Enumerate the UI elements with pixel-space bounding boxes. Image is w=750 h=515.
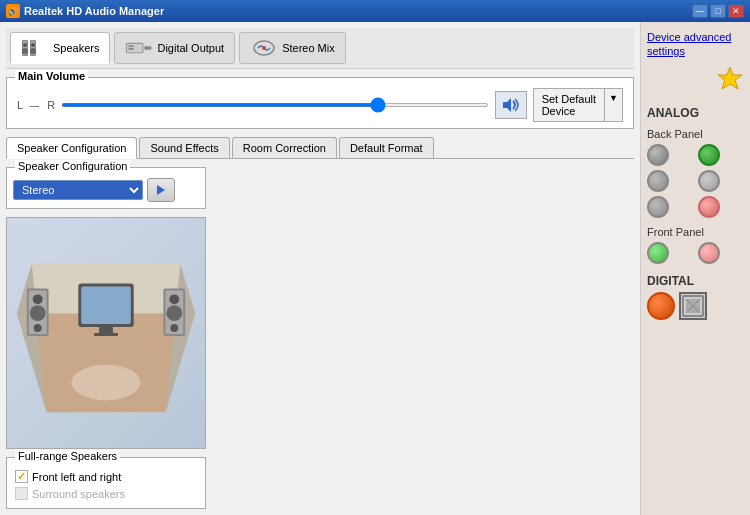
front-lr-label: Front left and right — [32, 471, 121, 483]
tab-speaker-configuration[interactable]: Speaker Configuration — [6, 137, 137, 159]
brand-icon-svg — [716, 65, 744, 93]
set-default-button[interactable]: Set DefaultDevice ▼ — [533, 88, 623, 122]
svg-rect-12 — [145, 46, 152, 50]
mute-button[interactable] — [495, 91, 527, 119]
surround-label: Surround speakers — [32, 488, 125, 500]
volume-slider-container[interactable] — [61, 95, 489, 115]
svg-point-27 — [169, 294, 179, 304]
minimize-button[interactable]: — — [692, 4, 708, 18]
window-controls[interactable]: — □ ✕ — [692, 4, 744, 18]
back-connector-4[interactable] — [698, 170, 720, 192]
tab-room-correction[interactable]: Room Correction — [232, 137, 337, 158]
right-panel: Device advanced settings ANALOG Back Pan… — [640, 22, 750, 515]
maximize-button[interactable]: □ — [710, 4, 726, 18]
play-triangle-icon — [157, 185, 165, 195]
full-range-box: Full-range Speakers ✓ Front left and rig… — [6, 457, 206, 509]
svg-point-28 — [166, 305, 182, 321]
tab-speakers[interactable]: Speakers — [10, 32, 110, 64]
stereo-mix-icon — [250, 37, 278, 59]
speaker-visualization — [6, 217, 206, 449]
device-tab-bar: Speakers Digital Output — [6, 28, 634, 69]
back-connector-1[interactable] — [647, 144, 669, 166]
svg-rect-11 — [129, 48, 134, 50]
volume-right-label: R — [47, 99, 55, 111]
tab-default-format[interactable]: Default Format — [339, 137, 434, 158]
speaker-select-row: Stereo Quadraphonic 5.1 Surround 7.1 Sur… — [13, 178, 199, 202]
tab-sound-effects[interactable]: Sound Effects — [139, 137, 229, 158]
back-connector-5[interactable] — [647, 196, 669, 218]
front-panel-connectors — [647, 242, 744, 264]
front-left-right-row[interactable]: ✓ Front left and right — [15, 470, 197, 483]
digital-connectors — [647, 292, 744, 320]
full-range-label: Full-range Speakers — [15, 450, 120, 462]
front-panel-label: Front Panel — [647, 226, 744, 238]
svg-marker-15 — [503, 98, 511, 112]
back-connector-6-pink[interactable] — [698, 196, 720, 218]
volume-slider[interactable] — [61, 103, 489, 107]
svg-point-2 — [23, 43, 27, 47]
tab-digital-output[interactable]: Digital Output — [114, 32, 235, 64]
svg-point-7 — [30, 48, 36, 54]
title-bar: 🔊 Realtek HD Audio Manager — □ ✕ — [0, 0, 750, 22]
tab-stereo-mix-label: Stereo Mix — [282, 42, 335, 54]
content-panel: Speaker Configuration Stereo Quadraphoni… — [6, 167, 634, 509]
speaker-config-select[interactable]: Stereo Quadraphonic 5.1 Surround 7.1 Sur… — [13, 180, 143, 200]
realtek-icon — [716, 65, 744, 96]
back-connector-2-green[interactable] — [698, 144, 720, 166]
analog-title: ANALOG — [647, 106, 744, 120]
back-panel-connectors — [647, 144, 744, 218]
svg-point-6 — [31, 43, 35, 47]
speaker-config-box: Speaker Configuration Stereo Quadraphoni… — [6, 167, 206, 209]
checkmark-icon: ✓ — [17, 470, 26, 483]
set-default-dropdown-arrow[interactable]: ▼ — [604, 88, 623, 122]
svg-point-34 — [71, 365, 140, 401]
digital-output-icon — [125, 37, 153, 59]
tab-digital-label: Digital Output — [157, 42, 224, 54]
svg-point-29 — [170, 324, 178, 332]
tab-speakers-label: Speakers — [53, 42, 99, 54]
main-volume-section: Main Volume L — R Set DefaultDevice — [6, 77, 634, 129]
volume-left-label: L — [17, 99, 23, 111]
svg-point-3 — [22, 48, 28, 54]
digital-section: DIGITAL — [647, 274, 744, 320]
svg-point-22 — [33, 294, 43, 304]
surround-speakers-row: Surround speakers — [15, 487, 197, 500]
back-connector-3[interactable] — [647, 170, 669, 192]
device-advanced-settings-link[interactable]: Device advanced settings — [647, 30, 744, 59]
digital-optical-connector[interactable] — [679, 292, 707, 320]
room-svg — [7, 218, 205, 448]
svg-rect-10 — [129, 45, 134, 47]
close-button[interactable]: ✕ — [728, 4, 744, 18]
tab-stereo-mix[interactable]: Stereo Mix — [239, 32, 346, 64]
surround-checkbox — [15, 487, 28, 500]
svg-point-24 — [34, 324, 42, 332]
volume-separator: — — [29, 100, 39, 111]
play-test-button[interactable] — [147, 178, 175, 202]
speaker-config-label: Speaker Configuration — [15, 160, 130, 172]
front-lr-checkbox[interactable]: ✓ — [15, 470, 28, 483]
app-icon: 🔊 — [6, 4, 20, 18]
analog-section: ANALOG Back Panel Front Panel — [647, 106, 744, 264]
back-panel-label: Back Panel — [647, 128, 744, 140]
app-title: Realtek HD Audio Manager — [24, 5, 164, 17]
svg-rect-31 — [81, 286, 131, 324]
function-tab-bar: Speaker Configuration Sound Effects Room… — [6, 137, 634, 159]
set-default-label[interactable]: Set DefaultDevice — [533, 88, 604, 122]
volume-section-label: Main Volume — [15, 70, 88, 82]
svg-point-23 — [30, 305, 46, 321]
svg-marker-35 — [718, 67, 742, 89]
optical-icon — [681, 294, 705, 318]
speakers-icon — [21, 37, 49, 59]
svg-point-14 — [262, 46, 266, 50]
front-connector-1-green[interactable] — [647, 242, 669, 264]
config-left-panel: Speaker Configuration Stereo Quadraphoni… — [6, 167, 206, 509]
digital-coax-connector[interactable] — [647, 292, 675, 320]
front-connector-2-pink[interactable] — [698, 242, 720, 264]
digital-title: DIGITAL — [647, 274, 744, 288]
svg-rect-33 — [94, 333, 118, 336]
